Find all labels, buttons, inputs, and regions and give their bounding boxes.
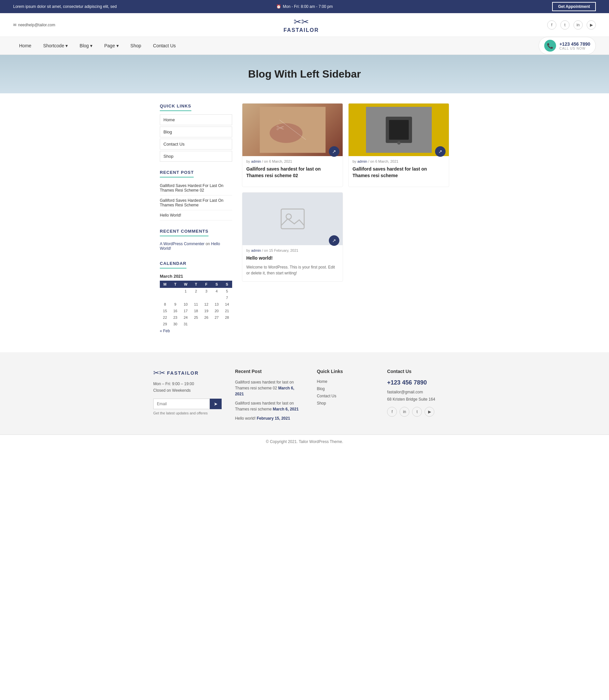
list-item[interactable]: Galliford Saves Hardest For Last On Tham…: [160, 181, 232, 196]
sidebar: QUICK LINKS Home Blog Contact Us Shop RE…: [160, 103, 232, 342]
nav-item-home[interactable]: Home: [13, 37, 37, 54]
post-title[interactable]: Galliford saves hardest for last on Tham…: [349, 165, 449, 181]
post-image: ✂: [260, 107, 326, 153]
sidebar-quick-links: QUICK LINKS Home Blog Contact Us Shop: [160, 103, 232, 162]
footer-logo-text: FASTAILOR: [167, 370, 198, 376]
footer-logo-section: ✂✂ FASTAILOR Mon – Fri: 9:00 – 19:00 Clo…: [153, 369, 222, 425]
header-social-links: f t in ▶: [547, 20, 596, 30]
logo-text: FASTAILOR: [283, 27, 319, 33]
footer-email-submit[interactable]: ➤: [210, 399, 222, 409]
cal-header-t: T: [170, 281, 180, 288]
get-appointment-button[interactable]: Get Appointment: [552, 2, 596, 11]
table-row: 891011121314: [160, 301, 232, 308]
post-author-link[interactable]: admin: [251, 159, 261, 163]
sidebar-link-contact[interactable]: Contact Us: [160, 139, 232, 149]
nav-item-shortcode[interactable]: Shortcode ▾: [37, 37, 74, 54]
cal-header-s: S: [211, 281, 222, 288]
header: ✉ needhelp@tailor.com ✂✂ FASTAILOR f t i…: [0, 13, 609, 37]
nav-item-page[interactable]: Page ▾: [98, 37, 125, 54]
nav-item-blog[interactable]: Blog ▾: [74, 37, 98, 54]
post-title[interactable]: Galliford saves hardest for last on Tham…: [242, 165, 343, 181]
commenter-link[interactable]: A WordPress Commenter: [160, 241, 205, 246]
post-card: ↗ by admin / on 15 February, 2021 Hello …: [242, 192, 343, 282]
post-share-button[interactable]: ↗: [435, 146, 446, 157]
nav-item-contact[interactable]: Contact Us: [147, 37, 181, 54]
post-date: 6 March, 2021: [269, 159, 292, 163]
footer-quick-links-title: Quick Links: [317, 369, 374, 374]
top-bar: Lorem ipsum dolor sit amet, consectetur …: [0, 0, 609, 13]
table-row: 15161718192021: [160, 308, 232, 314]
quick-links-list: Home Blog Contact Us Shop: [160, 114, 232, 162]
post-share-button[interactable]: ↗: [329, 235, 340, 246]
footer-address: 68 Kristen Bridge Suite 164: [387, 396, 456, 403]
list-item[interactable]: Hello World!: [160, 210, 232, 220]
list-item[interactable]: Galliford Saves Hardest For Last On Tham…: [160, 196, 232, 210]
twitter-icon[interactable]: t: [560, 20, 570, 30]
cal-header-m: M: [160, 281, 170, 288]
post-title[interactable]: Hello world!: [242, 254, 343, 264]
post-author-link[interactable]: admin: [358, 159, 367, 163]
table-row: 22232425262728: [160, 314, 232, 321]
svg-text:✂: ✂: [276, 123, 284, 133]
table-row: 7: [160, 294, 232, 301]
calendar-month: March 2021: [160, 272, 232, 281]
footer-instagram-icon[interactable]: in: [400, 407, 410, 417]
copyright-text: © Copyright 2021. Tailor WordPress Theme…: [266, 439, 343, 444]
top-bar-cta[interactable]: Get Appointment: [401, 2, 596, 11]
page-title: Blog With Left Sidebar: [6, 68, 603, 80]
footer-email-input[interactable]: [153, 399, 210, 409]
quick-links-title: QUICK LINKS: [160, 104, 191, 111]
footer-link-shop[interactable]: Shop: [317, 401, 374, 406]
footer-grid: ✂✂ FASTAILOR Mon – Fri: 9:00 – 19:00 Clo…: [153, 369, 456, 425]
footer-post-date-link[interactable]: March 6, 2021: [235, 386, 294, 396]
footer-link-contact[interactable]: Contact Us: [317, 394, 374, 398]
footer-youtube-icon[interactable]: ▶: [424, 407, 434, 417]
nav-item-shop[interactable]: Shop: [125, 37, 147, 54]
list-item: Galliford saves hardest for last on Tham…: [235, 400, 304, 412]
sidebar-link-blog[interactable]: Blog: [160, 127, 232, 137]
email-icon: ✉: [13, 23, 16, 27]
calendar-title: CALENDAR: [160, 261, 187, 269]
post-image-placeholder: [242, 193, 343, 245]
footer-link-home[interactable]: Home: [317, 379, 374, 384]
svg-point-7: [397, 141, 401, 145]
footer-post-date-link[interactable]: March 6, 2021: [273, 407, 299, 411]
sidebar-link-shop[interactable]: Shop: [160, 151, 232, 162]
phone-icon: 📞: [544, 40, 556, 52]
calendar-prev-nav[interactable]: « Feb: [160, 327, 232, 335]
post-date: 6 March, 2021: [375, 159, 398, 163]
post-card-single-wrapper: ↗ by admin / on 15 February, 2021 Hello …: [242, 192, 346, 282]
posts-grid: ✂ ↗ by admin / on 6 March, 2021 Gallifor…: [242, 103, 449, 187]
post-share-button[interactable]: ↗: [329, 146, 340, 157]
instagram-icon[interactable]: in: [573, 20, 583, 30]
cal-header-t2: T: [191, 281, 201, 288]
footer-contact-info: fastailor@gmail.com 68 Kristen Bridge Su…: [387, 389, 456, 403]
site-logo[interactable]: ✂✂ FASTAILOR: [283, 16, 319, 33]
list-item: A WordPress Commenter on Hello World!: [160, 239, 232, 253]
footer-updates-text: Get the latest updates and offeres: [153, 411, 208, 415]
sidebar-calendar: CALENDAR March 2021 M T W T F S S: [160, 261, 232, 335]
list-item: Galliford saves hardest for last on Tham…: [235, 379, 304, 397]
facebook-icon[interactable]: f: [547, 20, 556, 30]
list-item: Hello world! February 15, 2021: [235, 415, 304, 421]
call-us-widget: 📞 +123 456 7890 CALL US NOW: [539, 37, 596, 55]
post-excerpt: Welcome to WordPress. This is your first…: [242, 264, 343, 276]
footer-hours1: Mon – Fri: 9:00 – 19:00: [153, 380, 194, 387]
footer-email-text: fastailor@gmail.com: [387, 389, 456, 396]
post-card: ↗ by admin / on 6 March, 2021 Galliford …: [348, 103, 449, 187]
top-bar-hours: ⏰ Mon - Fri: 8:00 am - 7:00 pm: [208, 4, 402, 9]
footer-quick-links: Quick Links Home Blog Contact Us Shop: [317, 369, 374, 425]
header-email: ✉ needhelp@tailor.com: [13, 23, 55, 27]
nav-bar: Home Shortcode ▾ Blog ▾ Page ▾ Shop Cont…: [0, 37, 609, 55]
footer-facebook-icon[interactable]: f: [387, 407, 397, 417]
cal-header-f: F: [201, 281, 211, 288]
call-info: +123 456 7890 CALL US NOW: [559, 41, 590, 50]
footer-post-date-link[interactable]: February 15, 2021: [257, 416, 290, 421]
sidebar-link-home[interactable]: Home: [160, 114, 232, 125]
cal-header-s2: S: [222, 281, 232, 288]
post-author-link[interactable]: admin: [251, 249, 261, 252]
post-date: 15 February, 2021: [269, 249, 298, 252]
footer-link-blog[interactable]: Blog: [317, 387, 374, 391]
youtube-icon[interactable]: ▶: [587, 20, 596, 30]
footer-twitter-icon[interactable]: t: [412, 407, 422, 417]
